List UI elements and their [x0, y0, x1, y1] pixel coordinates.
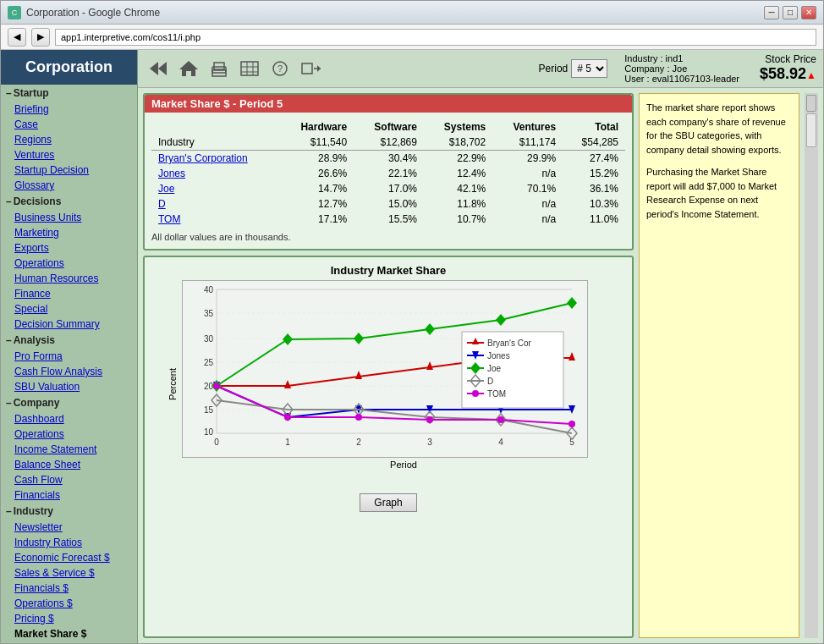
chrome-addressbar: ◀ ▶	[1, 25, 823, 50]
svg-marker-43	[569, 352, 575, 361]
cell-total: 11.0%	[563, 212, 625, 227]
sidebar-item-income-statement[interactable]: Income Statement	[1, 442, 137, 457]
sidebar-item-special[interactable]: Special	[1, 301, 137, 316]
cell-total: 36.1%	[563, 181, 625, 196]
sidebar-section-industry[interactable]: Industry	[1, 503, 137, 520]
sidebar-item-sbu-valuation[interactable]: SBU Valuation	[1, 379, 137, 394]
sidebar-section-decisions[interactable]: Decisions	[1, 193, 137, 210]
sidebar-item-marketing[interactable]: Marketing	[1, 225, 137, 240]
app-title: Corporation	[1, 50, 137, 85]
minimize-button[interactable]: ─	[764, 6, 779, 19]
cell-total: 27.4%	[563, 151, 625, 167]
sidebar-section-company[interactable]: Company	[1, 394, 137, 411]
cell-hardware: 17.1%	[279, 212, 354, 227]
chrome-window: C Corporation - Google Chrome ─ □ ✕ ◀ ▶ …	[0, 0, 824, 644]
col-header-hardware: Hardware	[279, 119, 354, 135]
svg-text:30: 30	[204, 334, 214, 344]
sidebar-item-human-resources[interactable]: Human Resources	[1, 271, 137, 286]
stock-value: $58.92▲	[760, 65, 816, 83]
print-icon[interactable]	[206, 57, 233, 80]
sidebar-section-simulation[interactable]: Simulation	[1, 641, 137, 643]
svg-marker-55	[567, 297, 577, 309]
help-icon[interactable]: ?	[266, 57, 294, 80]
cell-company-jones[interactable]: Jones	[151, 166, 279, 181]
col-header-ventures: Ventures	[492, 119, 563, 135]
sidebar-item-cash-flow[interactable]: Cash Flow	[1, 472, 137, 487]
sidebar-item-financials-dollar[interactable]: Financials $	[1, 581, 137, 596]
sidebar-item-decision-summary[interactable]: Decision Summary	[1, 316, 137, 332]
sidebar-item-briefing[interactable]: Briefing	[1, 102, 137, 117]
svg-text:40: 40	[204, 285, 214, 294]
sidebar: Corporation Startup Briefing Case Region…	[1, 50, 138, 643]
cell-company-tom[interactable]: TOM	[151, 212, 279, 227]
logout-icon[interactable]	[297, 57, 324, 80]
address-input[interactable]	[55, 29, 816, 46]
sidebar-item-financials[interactable]: Financials	[1, 487, 137, 503]
home-icon[interactable]	[175, 57, 202, 80]
sidebar-item-regions[interactable]: Regions	[1, 132, 137, 147]
sidebar-item-cash-flow-analysis[interactable]: Cash Flow Analysis	[1, 364, 137, 379]
stock-section: Stock Price $58.92▲	[760, 53, 816, 84]
svg-point-63	[284, 414, 291, 421]
cell-company-bryans[interactable]: Bryan's Corporation	[151, 151, 279, 167]
sidebar-item-pro-forma[interactable]: Pro Forma	[1, 349, 137, 364]
table-icon[interactable]	[236, 57, 263, 80]
sidebar-item-company-operations[interactable]: Operations	[1, 427, 137, 442]
sidebar-item-ventures[interactable]: Ventures	[1, 147, 137, 162]
col-header-company	[151, 119, 279, 135]
sidebar-item-finance[interactable]: Finance	[1, 286, 137, 301]
table-row: D 12.7% 15.0% 11.8% n/a 10.3%	[151, 196, 625, 212]
svg-marker-2	[179, 61, 198, 76]
top-bar: ? Period # 5 Industry : ind1 Company : J…	[138, 50, 823, 88]
sidebar-item-industry-ratios[interactable]: Industry Ratios	[1, 535, 137, 550]
cell-company-joe[interactable]: Joe	[151, 181, 279, 196]
sidebar-item-startup-decision[interactable]: Startup Decision	[1, 162, 137, 178]
sidebar-item-market-share[interactable]: Market Share $	[1, 626, 137, 641]
cell-software: 15.0%	[354, 196, 424, 212]
sidebar-item-case[interactable]: Case	[1, 117, 137, 132]
chart-title: Industry Market Share	[151, 264, 625, 277]
period-select[interactable]: # 5	[571, 59, 607, 78]
svg-point-64	[355, 414, 362, 421]
sidebar-item-business-units[interactable]: Business Units	[1, 210, 137, 225]
sidebar-item-operations-dollar[interactable]: Operations $	[1, 596, 137, 611]
cell-company-d[interactable]: D	[151, 196, 279, 212]
svg-text:10: 10	[204, 427, 214, 437]
main-content: Market Share $ - Period 5 Hardware Softw…	[143, 93, 634, 638]
sidebar-item-dashboard[interactable]: Dashboard	[1, 411, 137, 427]
graph-button[interactable]: Graph	[360, 493, 416, 512]
sidebar-item-exports[interactable]: Exports	[1, 240, 137, 256]
svg-rect-6	[241, 62, 258, 75]
window-title: Corporation - Google Chrome	[26, 7, 160, 19]
sidebar-item-glossary[interactable]: Glossary	[1, 178, 137, 193]
cell-systems: 11.8%	[424, 196, 492, 212]
sidebar-item-pricing[interactable]: Pricing $	[1, 611, 137, 626]
svg-text:Bryan's Cor: Bryan's Cor	[487, 339, 532, 348]
sidebar-section-analysis[interactable]: Analysis	[1, 332, 137, 349]
back-nav-icon[interactable]	[145, 57, 172, 80]
toolbar-icons: ?	[145, 53, 324, 84]
sidebar-item-balance-sheet[interactable]: Balance Sheet	[1, 457, 137, 472]
close-button[interactable]: ✕	[801, 6, 816, 19]
col-header-systems: Systems	[424, 119, 492, 135]
cell-ventures: n/a	[492, 196, 563, 212]
svg-text:35: 35	[204, 309, 214, 318]
sidebar-item-operations[interactable]: Operations	[1, 256, 137, 271]
svg-text:TOM: TOM	[487, 389, 506, 399]
company-label: Company : Joe	[624, 63, 739, 74]
scrollbar[interactable]	[805, 93, 818, 638]
cell-hardware: 26.6%	[279, 166, 354, 181]
sidebar-item-economic-forecast[interactable]: Economic Forecast $	[1, 550, 137, 565]
back-button[interactable]: ◀	[8, 28, 26, 47]
col-header-software: Software	[354, 119, 424, 135]
forward-button[interactable]: ▶	[31, 28, 50, 47]
svg-text:2: 2	[356, 438, 361, 447]
maximize-button[interactable]: □	[783, 6, 798, 19]
sidebar-section-startup[interactable]: Startup	[1, 85, 137, 102]
info-text-1: The market share report shows each compa…	[646, 101, 792, 157]
sidebar-item-newsletter[interactable]: Newsletter	[1, 520, 137, 535]
sidebar-item-sales-service[interactable]: Sales & Service $	[1, 565, 137, 581]
stock-label: Stock Price	[765, 53, 816, 65]
cell-software: 15.5%	[354, 212, 424, 227]
industry-label: Industry : ind1	[624, 53, 739, 63]
